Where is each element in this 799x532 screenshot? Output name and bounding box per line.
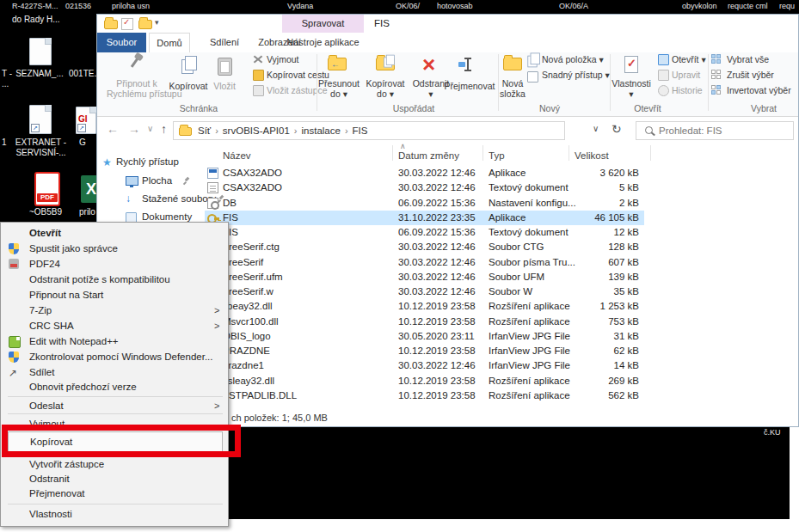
uac-shield-icon bbox=[9, 243, 19, 254]
table-row-selected[interactable]: FIS31.10.2022 23:35Aplikace46 105 kB bbox=[205, 211, 644, 225]
sort-ascending-icon[interactable]: ∧ bbox=[400, 142, 406, 150]
menu-item-sdilet[interactable]: ↗Sdílet bbox=[1, 365, 228, 381]
breadcrumb-sit[interactable]: Síť bbox=[198, 125, 211, 136]
document-icon[interactable] bbox=[29, 38, 52, 65]
qat-folder-icon[interactable] bbox=[104, 20, 118, 29]
desktop-icon-label[interactable]: SEZNAM_... bbox=[12, 69, 67, 78]
group-label-organize: Uspořádat bbox=[371, 103, 457, 113]
qat-folder2-icon[interactable] bbox=[138, 20, 152, 29]
application-icon bbox=[207, 168, 218, 179]
context-tab-spravovat[interactable]: Spravovat bbox=[282, 15, 364, 33]
table-row[interactable]: TSTPADLIB.DLL10.12.2019 23:58Rozšíření a… bbox=[205, 388, 644, 403]
search-icon bbox=[645, 126, 653, 134]
table-row[interactable]: libeay32.dll10.12.2019 23:58Rozšíření ap… bbox=[205, 299, 644, 314]
column-header-size[interactable]: Velikost bbox=[575, 150, 609, 161]
table-row[interactable]: FreeSerif.ufm30.03.2022 12:46Soubor UFM1… bbox=[205, 270, 644, 284]
menu-item-prejmenovat[interactable]: Přejmenovat bbox=[1, 486, 228, 502]
menu-item-vytvorit-zastupce[interactable]: Vytvořit zástupce bbox=[1, 457, 228, 473]
desktop-icon-label[interactable]: prilo bbox=[79, 207, 95, 217]
properties-dropdown[interactable]: ▾ bbox=[601, 89, 661, 99]
address-bar[interactable]: Síť›srvOBIS-API01›instalace›FIS bbox=[173, 121, 565, 140]
tab-nastroje-aplikace[interactable]: Nástroje aplikace bbox=[282, 33, 364, 52]
cut-button[interactable]: Vyjmout bbox=[267, 54, 299, 64]
column-header-type[interactable]: Typ bbox=[489, 150, 505, 161]
new-folder-button-line2[interactable]: složka bbox=[482, 89, 543, 99]
table-row[interactable]: FreeSerif.w30.03.2022 12:46Soubor W35 kB bbox=[205, 284, 644, 299]
search-box[interactable]: Prohledat: FIS bbox=[636, 121, 794, 140]
menu-item-obnovit-predchozi-verze[interactable]: Obnovit předchozí verze bbox=[1, 380, 228, 395]
table-row[interactable]: ssleay32.dll10.12.2019 23:58Rozšíření ap… bbox=[205, 374, 644, 388]
table-row[interactable]: FreeSerif.ctg30.03.2022 12:46Soubor CTG1… bbox=[205, 240, 644, 254]
pdf24-icon bbox=[9, 259, 19, 269]
menu-item-vlastnosti[interactable]: Vlastnosti bbox=[1, 507, 228, 523]
breadcrumb-instalace[interactable]: instalace bbox=[302, 125, 341, 136]
column-divider[interactable] bbox=[392, 145, 393, 161]
desktop-icon-label[interactable]: do Rady H... bbox=[12, 15, 60, 24]
menu-item-spustit-jako-spravce[interactable]: Spustit jako správce bbox=[1, 242, 228, 257]
easy-access-button[interactable]: Snadný přístup ▾ bbox=[542, 70, 610, 80]
select-none-button[interactable]: Zrušit výběr bbox=[727, 70, 774, 80]
menu-item-pdf24[interactable]: PDF24 bbox=[1, 257, 228, 272]
check-glyph: ✓ bbox=[123, 17, 130, 27]
column-divider[interactable] bbox=[482, 145, 483, 161]
table-row[interactable]: prazdne130.03.2022 12:46IrfanView JPG Fi… bbox=[205, 358, 644, 373]
qat-check-icon[interactable]: ✓ bbox=[121, 18, 133, 30]
menu-item-crc-sha[interactable]: CRC SHA> bbox=[1, 319, 228, 334]
column-header-name[interactable]: Název bbox=[223, 150, 251, 161]
new-item-button[interactable]: Nová položka ▾ bbox=[542, 54, 604, 64]
properties-button[interactable]: Vlastnosti bbox=[601, 78, 661, 89]
invert-selection-button[interactable]: Invertovat výběr bbox=[727, 85, 791, 95]
column-divider[interactable] bbox=[569, 145, 569, 161]
menu-item-7zip[interactable]: 7-Zip> bbox=[1, 303, 228, 319]
background-text-fragment: requ bbox=[779, 2, 795, 10]
pdf-file-icon[interactable]: PDF bbox=[34, 172, 60, 206]
table-row[interactable]: Msvcr100.dll10.12.2019 23:58Rozšíření ap… bbox=[205, 315, 644, 329]
tab-domu[interactable]: Domů bbox=[149, 33, 190, 52]
back-button[interactable]: ← bbox=[107, 122, 119, 136]
table-row[interactable]: CSAX32ADO30.03.2022 12:46Textový dokumen… bbox=[205, 180, 644, 195]
select-all-button[interactable]: Vybrat vše bbox=[727, 54, 769, 64]
history-button[interactable]: Historie bbox=[672, 85, 703, 95]
tab-soubor[interactable]: Soubor bbox=[97, 33, 146, 52]
tab-sdileni[interactable]: Sdílení bbox=[204, 33, 245, 52]
desktop-icon-label[interactable]: G bbox=[79, 138, 86, 147]
history-dropdown-icon[interactable]: ∨ bbox=[147, 124, 153, 133]
desktop-icon-label[interactable]: EXTRANET - bbox=[9, 138, 73, 147]
gi-shortcut-icon[interactable]: GI ↗ bbox=[76, 107, 96, 134]
menu-item-defender-scan[interactable]: Zkontrolovat pomocí Windows Defender... bbox=[1, 350, 228, 365]
paste-button[interactable]: Vložit bbox=[194, 81, 255, 91]
column-header-date[interactable]: Datum změny bbox=[398, 150, 459, 161]
refresh-button[interactable]: ↻ bbox=[612, 122, 622, 136]
up-button[interactable]: ↑ bbox=[161, 122, 167, 136]
table-row[interactable]: DB06.09.2022 15:36Nastavení konfigu...2 … bbox=[205, 196, 644, 211]
sidebar-item-desktop[interactable]: Plocha bbox=[142, 175, 172, 186]
sidebar-item-quick-access[interactable]: Rychlý přístup bbox=[116, 156, 179, 167]
menu-item-edit-with-notepadpp[interactable]: Edit with Notepad++ bbox=[1, 334, 228, 350]
menu-item-otevrit[interactable]: Otevřít bbox=[1, 226, 228, 242]
shortcut-document-icon[interactable]: ↗ bbox=[29, 105, 52, 134]
breadcrumb[interactable]: Síť›srvOBIS-API01›instalace›FIS bbox=[198, 125, 367, 136]
table-row[interactable]: PRAZDNE10.12.2019 23:58IrfanView JPG Fil… bbox=[205, 344, 644, 358]
column-divider[interactable] bbox=[650, 145, 651, 161]
desktop-icon-label[interactable]: SERVISNÍ-... bbox=[9, 148, 73, 157]
open-button[interactable]: Otevřít ▾ bbox=[672, 54, 706, 64]
forward-button[interactable]: → bbox=[128, 122, 140, 136]
table-row[interactable]: FIS06.09.2022 15:36Textový dokument12 kB bbox=[205, 225, 644, 240]
edit-button[interactable]: Upravit bbox=[672, 70, 700, 80]
menu-item-odstranit[interactable]: Odstranit bbox=[1, 472, 228, 487]
table-row[interactable]: FreeSerif30.03.2022 12:46Soubor písma Tr… bbox=[205, 255, 644, 270]
move-to-icon: ← bbox=[328, 58, 347, 70]
breadcrumb-server[interactable]: srvOBIS-API01 bbox=[223, 125, 290, 136]
address-dropdown-icon[interactable]: ∨ bbox=[593, 124, 599, 133]
menu-item-odstranit-potize[interactable]: Odstranit potíže s kompatibilitou bbox=[1, 272, 228, 288]
sidebar-item-documents[interactable]: Dokumenty bbox=[142, 211, 192, 222]
menu-item-pripnout-na-start[interactable]: Připnout na Start bbox=[1, 288, 228, 303]
paste-shortcut-icon bbox=[253, 85, 264, 96]
table-row[interactable]: CSAX32ADO30.03.2022 12:46Aplikace3 620 k… bbox=[205, 166, 644, 180]
desktop-icon-label[interactable]: ~OB5B9 bbox=[17, 207, 74, 217]
menu-item-odeslat[interactable]: Odeslat> bbox=[1, 399, 228, 414]
table-row[interactable]: OBIS_logo30.05.2020 23:11IrfanView JPG F… bbox=[205, 329, 644, 344]
breadcrumb-fis[interactable]: FIS bbox=[353, 125, 368, 136]
qat-dropdown-icon[interactable]: ▾ bbox=[155, 18, 159, 27]
title-bar[interactable] bbox=[97, 15, 799, 33]
